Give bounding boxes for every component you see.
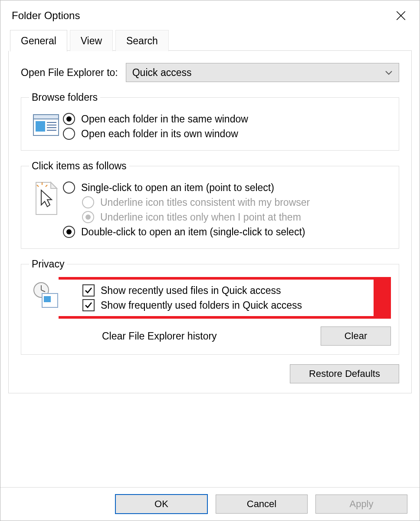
client-area: General View Search Open File Explorer t… [0,26,420,393]
checkbox-icon [82,284,95,297]
open-file-explorer-row: Open File Explorer to: Quick access [21,63,399,82]
svg-rect-19 [44,296,51,302]
radio-own-window[interactable]: Open each folder in its own window [63,128,391,140]
check-recent-files-label: Show recently used files in Quick access [101,285,281,297]
privacy-legend: Privacy [29,258,67,270]
radio-underline-point-label: Underline icon titles only when I point … [100,211,301,223]
radio-icon [63,181,75,194]
dialog-title: Folder Options [12,10,80,22]
open-file-explorer-label: Open File Explorer to: [21,67,118,79]
history-icon [29,277,63,310]
radio-icon [63,113,75,125]
window-icon [29,110,63,137]
privacy-group: Privacy [21,258,399,355]
dialog-footer: OK Cancel Apply [0,487,420,521]
radio-double-click[interactable]: Double-click to open an item (single-cli… [63,226,391,238]
radio-single-click[interactable]: Single-click to open an item (point to s… [63,181,391,194]
chevron-down-icon [385,67,393,78]
tab-view[interactable]: View [70,30,113,51]
cancel-button[interactable]: Cancel [216,495,308,514]
cursor-page-icon [29,179,63,216]
svg-rect-4 [36,121,45,132]
browse-folders-group: Browse folders [21,92,399,151]
radio-same-window-label: Open each folder in the same window [81,113,248,125]
highlight-annotation: Show recently used files in Quick access… [59,277,391,319]
svg-rect-3 [33,115,59,119]
radio-underline-browser: Underline icon titles consistent with my… [82,196,391,208]
open-file-explorer-value: Quick access [132,67,192,79]
radio-underline-point: Underline icon titles only when I point … [82,211,391,223]
check-recent-files[interactable]: Show recently used files in Quick access [82,284,369,297]
radio-icon [82,196,94,208]
radio-double-click-label: Double-click to open an item (single-cli… [81,226,305,238]
browse-folders-legend: Browse folders [29,92,100,103]
click-items-legend: Click items as follows [29,160,129,172]
titlebar: Folder Options [0,0,420,26]
radio-own-window-label: Open each folder in its own window [81,128,238,140]
tab-page-general: Open File Explorer to: Quick access Brow… [8,51,412,393]
check-frequent-folders-label: Show frequently used folders in Quick ac… [101,300,302,311]
radio-single-click-label: Single-click to open an item (point to s… [81,182,274,194]
radio-icon [82,211,94,223]
restore-defaults-button[interactable]: Restore Defaults [290,364,399,383]
checkbox-icon [82,299,95,311]
check-frequent-folders[interactable]: Show frequently used folders in Quick ac… [82,299,369,311]
tab-bar: General View Search [10,30,412,51]
radio-same-window[interactable]: Open each folder in the same window [63,113,391,125]
svg-marker-10 [51,182,57,188]
radio-underline-browser-label: Underline icon titles consistent with my… [100,197,310,208]
tab-general[interactable]: General [10,30,67,52]
folder-options-dialog: Folder Options General View Search Open … [0,0,420,521]
ok-button[interactable]: OK [115,494,208,514]
radio-icon [63,128,75,140]
apply-button[interactable]: Apply [315,495,407,514]
close-button[interactable] [391,6,411,26]
click-items-group: Click items as follows [21,160,399,249]
radio-icon [63,226,75,238]
clear-history-label: Clear File Explorer history [102,330,217,342]
tab-search[interactable]: Search [115,30,169,51]
clear-button[interactable]: Clear [321,326,391,346]
open-file-explorer-combo[interactable]: Quick access [126,63,399,82]
close-icon [395,10,407,21]
